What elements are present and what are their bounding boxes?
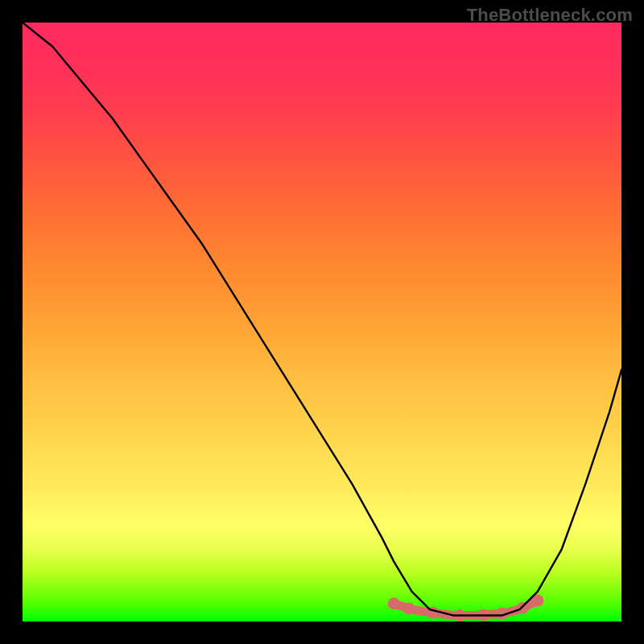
curve-layer: [23, 23, 621, 621]
plot-area: [23, 23, 621, 621]
chart-frame: TheBottleneck.com: [0, 0, 644, 644]
bottleneck-curve: [23, 23, 621, 616]
